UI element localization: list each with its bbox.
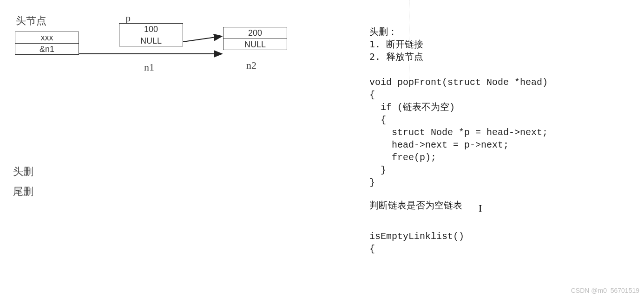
tail-delete-text: 尾删 (13, 185, 33, 199)
code-line: { (369, 89, 634, 101)
arrows-svg (0, 0, 358, 116)
n1-node-next: NULL (119, 35, 183, 46)
code-line: { (369, 114, 634, 126)
head-node-box: xxx &n1 (15, 32, 79, 55)
text-cursor-icon: I (479, 202, 482, 214)
head-delete-text: 头删 (13, 165, 33, 179)
step-1: 1. 断开链接 (369, 38, 634, 51)
code-line: } (369, 164, 634, 176)
note: 判断链表是否为空链表 (369, 199, 634, 212)
code-line: free(p); (369, 151, 634, 164)
n1-node-box: 100 NULL (119, 23, 183, 46)
n2-node-box: 200 NULL (223, 27, 287, 50)
head-node-next: &n1 (15, 43, 79, 54)
watermark: CSDN @m0_56701519 (571, 287, 639, 294)
code-line: void popFront(struct Node *head) (369, 76, 634, 89)
code-line: head->next = p->next; (369, 139, 634, 151)
title: 头删： (369, 26, 634, 38)
p-label: p (125, 12, 131, 24)
code-line: } (369, 176, 634, 189)
code-line: if (链表不为空) (369, 101, 634, 114)
diagram-area: 头节点 xxx &n1 p 100 NULL n1 200 NULL n2 头删… (0, 0, 358, 297)
n1-label: n1 (144, 61, 154, 73)
n1-node-data: 100 (119, 24, 183, 35)
head-node-data: xxx (15, 32, 79, 43)
n2-node-data: 200 (223, 27, 287, 39)
text-area: 头删： 1. 断开链接 2. 释放节点 void popFront(struct… (369, 0, 634, 297)
code-line: struct Node *p = head->next; (369, 126, 634, 139)
fn-line: isEmptyLinklist() (369, 230, 634, 243)
fn-line: { (369, 243, 634, 255)
n2-label: n2 (246, 59, 256, 71)
head-node-label: 头节点 (16, 14, 46, 28)
step-2: 2. 释放节点 (369, 51, 634, 63)
n2-node-next: NULL (223, 39, 287, 50)
svg-line-1 (183, 36, 222, 42)
